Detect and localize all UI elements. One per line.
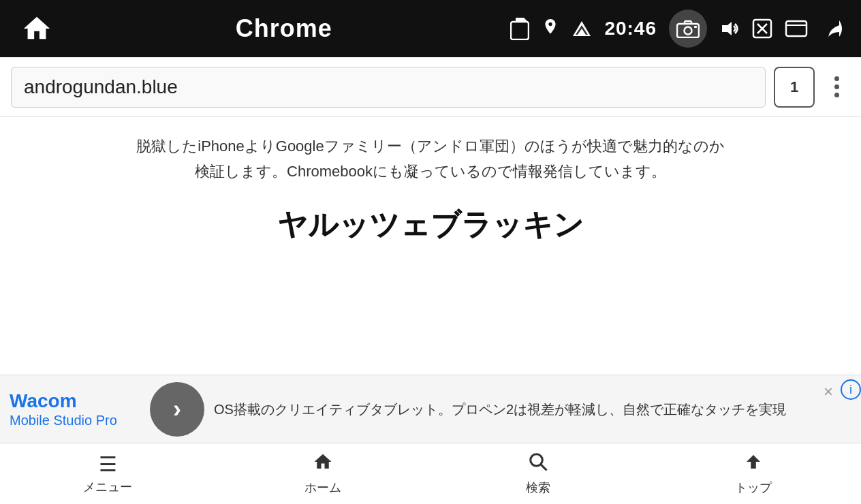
- ad-brand-sub: Mobile Studio Pro: [10, 413, 140, 428]
- close-box-icon[interactable]: [752, 18, 772, 39]
- svg-rect-10: [694, 26, 697, 28]
- svg-rect-15: [786, 21, 807, 36]
- dot1: [834, 76, 839, 81]
- search-icon: [528, 452, 548, 477]
- menu-icon: ☰: [99, 452, 117, 476]
- status-right: 20:46: [510, 10, 845, 48]
- svg-point-9: [685, 27, 692, 35]
- back-icon[interactable]: [820, 17, 845, 40]
- dot2: [834, 84, 839, 89]
- svg-line-18: [541, 464, 546, 470]
- search-label: 検索: [526, 479, 550, 496]
- bottom-nav: ☰ メニュー ホーム 検索 トップ: [0, 443, 861, 504]
- home-nav-icon: [313, 452, 333, 477]
- more-menu-button[interactable]: [823, 67, 850, 108]
- ad-arrow-icon: ›: [173, 395, 181, 424]
- top-icon: [743, 452, 764, 477]
- svg-marker-11: [722, 22, 732, 35]
- status-bar: Chrome 20:46: [0, 0, 861, 57]
- svg-marker-1: [516, 18, 528, 22]
- camera-icon[interactable]: [669, 10, 707, 48]
- svg-point-17: [531, 454, 543, 467]
- content-area: 脱獄したiPhoneよりGoogleファミリー（アンドロ軍団）のほうが快適で魅力…: [0, 117, 861, 245]
- time-display: 20:46: [604, 18, 657, 40]
- ad-info-button[interactable]: i: [841, 379, 861, 400]
- sim-icon: [510, 17, 529, 40]
- svg-rect-2: [516, 28, 519, 31]
- ad-arrow-button[interactable]: ›: [150, 382, 204, 437]
- window-icon[interactable]: [785, 20, 808, 37]
- ad-left: Wacom Mobile Studio Pro: [0, 383, 150, 435]
- nav-home[interactable]: ホーム: [215, 443, 430, 504]
- signal-icon: [572, 20, 592, 37]
- subtitle-text: 脱獄したiPhoneよりGoogleファミリー（アンドロ軍団）のほうが快適で魅力…: [14, 133, 847, 185]
- menu-label: メニュー: [83, 479, 132, 495]
- status-left: [16, 8, 57, 49]
- address-bar: 1: [0, 57, 861, 117]
- ad-banner: Wacom Mobile Studio Pro › OS搭載のクリエイティブタブ…: [0, 375, 861, 443]
- ad-close-button[interactable]: ×: [816, 379, 841, 404]
- ad-brand-title: Wacom: [10, 390, 140, 413]
- tab-count-button[interactable]: 1: [774, 67, 815, 108]
- location-icon: [542, 17, 559, 40]
- svg-rect-0: [511, 22, 529, 40]
- ad-description: OS搭載のクリエイティブタブレット。プロペン2は視差が軽減し、自然で正確なタッチ…: [204, 394, 816, 425]
- nav-search[interactable]: 検索: [430, 443, 646, 504]
- home-label: ホーム: [304, 479, 341, 496]
- nav-menu[interactable]: ☰ メニュー: [0, 443, 215, 504]
- home-icon[interactable]: [16, 8, 57, 49]
- nav-top[interactable]: トップ: [646, 443, 861, 504]
- main-heading: ヤルッツェブラッキン: [14, 205, 847, 245]
- app-title: Chrome: [236, 14, 332, 43]
- svg-rect-4: [516, 33, 524, 35]
- volume-icon[interactable]: [719, 19, 740, 38]
- svg-rect-3: [520, 28, 524, 31]
- dot3: [834, 93, 839, 97]
- top-label: トップ: [735, 479, 772, 496]
- url-input[interactable]: [11, 67, 766, 108]
- status-center: Chrome: [57, 14, 510, 43]
